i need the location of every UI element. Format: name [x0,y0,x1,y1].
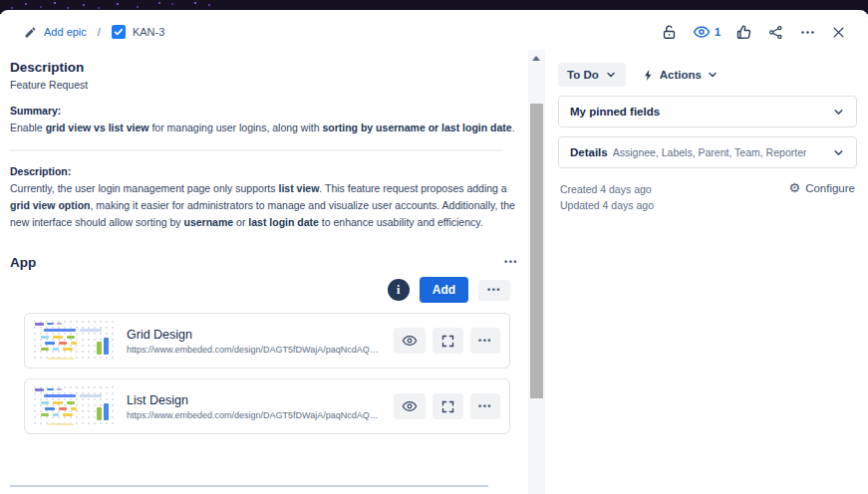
app-more-button[interactable]: ••• [478,280,510,301]
issue-header: Add epic / KAN-3 1 [0,10,868,50]
gear-icon: ⚙ [788,181,800,194]
thumbs-up-icon[interactable] [735,24,752,41]
share-icon[interactable] [767,24,784,41]
details-panel[interactable]: Details Assignee, Labels, Parent, Team, … [558,136,857,168]
design-thumbnail [32,384,116,428]
unlock-icon[interactable] [661,24,678,41]
issue-modal: Add epic / KAN-3 1 [0,10,868,494]
more-icon[interactable] [799,24,816,41]
add-epic-link[interactable]: Add epic [44,26,87,38]
expand-button[interactable] [433,393,463,419]
configure-label: Configure [805,182,855,194]
description-label: Description: [10,165,528,177]
scrollbar-thumb[interactable] [530,104,543,398]
design-card-grid[interactable]: Grid Design https://www.embeded.com/desi… [24,313,510,369]
breadcrumb: Add epic / KAN-3 [24,25,164,39]
summary-text: Enable grid view vs list view for managi… [10,120,518,136]
ellipsis-icon: ••• [487,286,501,295]
scrollbar-track[interactable] [528,50,545,494]
card-text: List Design https://www.embeded.com/desi… [127,393,383,420]
design-thumbnail [32,319,116,363]
card-title: List Design [127,393,383,407]
configure-button[interactable]: ⚙ Configure [788,181,855,194]
content-row: Description Feature Request Summary: Ena… [0,50,868,494]
issue-body: Description Feature Request Summary: Ena… [0,50,528,494]
pinned-fields-label: My pinned fields [570,106,660,118]
actions-label: Actions [660,69,702,81]
ellipsis-icon: ••• [478,337,492,346]
preview-eye-button[interactable] [394,328,426,354]
actions-dropdown[interactable]: Actions [642,69,719,82]
card-more-button[interactable]: ••• [470,328,500,354]
app-section-more-icon[interactable]: ••• [504,258,518,267]
card-url: https://www.embeded.com/design/DAGT5fDWa… [127,345,383,355]
design-card-list[interactable]: List Design https://www.embeded.com/desi… [24,378,510,434]
issue-dialog-screen: Add epic / KAN-3 1 [0,0,868,494]
header-actions: 1 [661,23,846,41]
app-actions: i Add ••• [10,277,528,303]
created-timestamp: Created 4 days ago [560,181,654,197]
chevron-down-icon [707,69,719,81]
card-text: Grid Design https://www.embeded.com/desi… [127,328,383,355]
watchers[interactable]: 1 [693,23,721,41]
meta-row: Created 4 days ago Updated 4 days ago ⚙ … [558,181,857,213]
chevron-down-icon [832,146,845,159]
close-icon[interactable] [831,25,846,40]
updated-timestamp: Updated 4 days ago [560,197,654,213]
issue-sidebar: To Do Actions My pinned fields [545,50,868,494]
lightning-icon [642,69,655,82]
expand-button[interactable] [433,328,463,354]
pencil-icon[interactable] [24,26,37,39]
description-section-title: Description [10,60,528,75]
details-label: Details [570,146,608,158]
status-dropdown[interactable]: To Do [558,63,626,87]
ellipsis-icon: ••• [478,402,492,411]
bottom-divider [10,485,488,487]
preview-eye-button[interactable] [394,393,426,419]
info-icon[interactable]: i [388,279,410,301]
details-summary: Assignee, Labels, Parent, Team, Reporter [613,146,807,158]
add-button[interactable]: Add [420,277,468,303]
scrollbar-up-arrow-icon[interactable] [532,56,540,61]
breadcrumb-separator: / [98,26,101,38]
card-buttons: ••• [394,393,500,419]
description-intro: Feature Request [10,79,528,91]
status-row: To Do Actions [558,63,857,87]
app-section-title: App [10,255,36,270]
eye-icon [693,23,711,41]
task-type-icon[interactable] [112,25,126,39]
pinned-fields-panel[interactable]: My pinned fields [558,96,857,127]
section-divider [10,149,503,151]
card-more-button[interactable]: ••• [470,393,500,419]
status-label: To Do [567,69,599,81]
timestamps: Created 4 days ago Updated 4 days ago [560,181,654,213]
app-section-header: App ••• [10,255,528,270]
watcher-count: 1 [715,26,721,38]
summary-label: Summary: [10,105,528,117]
card-url: https://www.embeded.com/design/DAGT5fDWa… [127,410,383,420]
chevron-down-icon [832,106,845,119]
card-title: Grid Design [127,328,383,342]
chevron-down-icon [605,69,617,81]
card-buttons: ••• [394,328,500,354]
description-body: Currently, the user login management pag… [10,180,518,231]
issue-key[interactable]: KAN-3 [133,26,164,38]
